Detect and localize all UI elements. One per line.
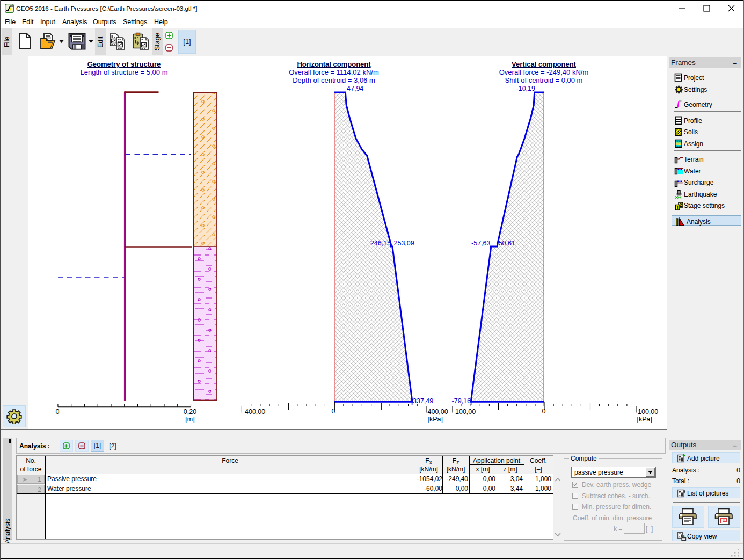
svg-text:47,94: 47,94 xyxy=(347,85,363,92)
svg-text:0: 0 xyxy=(542,408,546,415)
svg-text:246,15: 246,15 xyxy=(370,239,391,247)
svg-text:0,20: 0,20 xyxy=(184,408,196,416)
svg-text:400,00: 400,00 xyxy=(428,408,448,416)
svg-text:337,49: 337,49 xyxy=(413,397,433,405)
svg-text:Geometry of structure: Geometry of structure xyxy=(87,60,161,68)
svg-text:[kPa]: [kPa] xyxy=(428,416,443,423)
svg-text:-10,19: -10,19 xyxy=(516,85,535,92)
svg-text:-57,63: -57,63 xyxy=(471,239,490,247)
svg-text:[m]: [m] xyxy=(185,416,194,423)
svg-text:-79,16: -79,16 xyxy=(452,397,471,405)
svg-text:Length of structure = 5,00 m: Length of structure = 5,00 m xyxy=(81,68,168,76)
svg-text:-50,61: -50,61 xyxy=(497,239,515,247)
svg-text:Overall force = 1114,02 kN/m: Overall force = 1114,02 kN/m xyxy=(289,68,379,76)
svg-text:Vertical component: Vertical component xyxy=(512,60,577,68)
svg-text:100,00: 100,00 xyxy=(638,408,658,416)
svg-text:Overall force = -249,40 kN/m: Overall force = -249,40 kN/m xyxy=(499,68,589,76)
svg-text:400,00: 400,00 xyxy=(245,408,265,416)
svg-text:Shift of centroid = 0,00 m: Shift of centroid = 0,00 m xyxy=(505,76,583,84)
svg-text:Depth of centroid = 3,06 m: Depth of centroid = 3,06 m xyxy=(293,76,375,84)
svg-text:1: 1 xyxy=(676,205,679,210)
svg-text:Horizontal component: Horizontal component xyxy=(297,60,371,68)
svg-text:0: 0 xyxy=(332,408,335,415)
svg-text:[kPa]: [kPa] xyxy=(637,416,653,423)
svg-text:100,00: 100,00 xyxy=(455,408,476,416)
svg-text:0: 0 xyxy=(56,408,60,416)
svg-text:253,09: 253,09 xyxy=(394,239,414,247)
